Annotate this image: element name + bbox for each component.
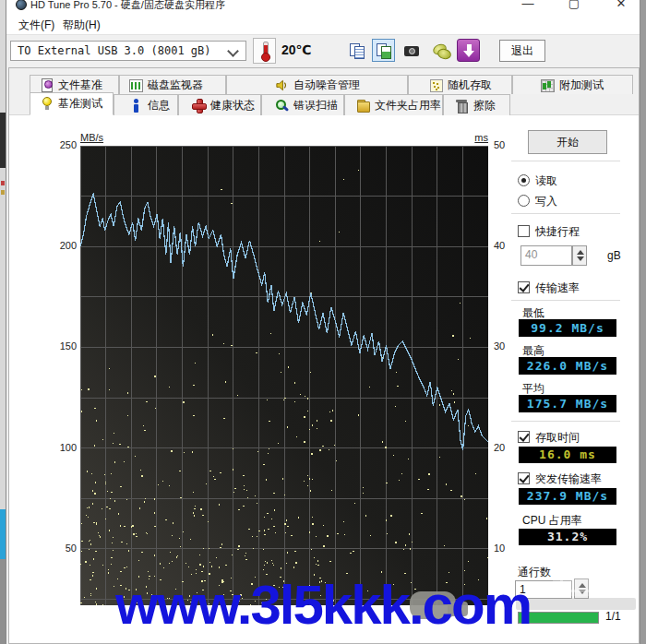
magnifier-icon bbox=[275, 99, 289, 113]
tab-erase[interactable]: 擦除 bbox=[443, 94, 510, 115]
read-radio[interactable] bbox=[518, 174, 530, 186]
main-panel: 文件基准 磁盘监视器 自动噪音管理 随机存取 附加测试 基准测试 信息 健康状态 bbox=[8, 67, 640, 644]
separator bbox=[511, 300, 620, 301]
average-value: 175.7 MB/s bbox=[519, 395, 616, 412]
read-label: 读取 bbox=[535, 173, 557, 189]
bulb-icon bbox=[40, 97, 54, 111]
cpu-usage-label: CPU 占用率 bbox=[522, 513, 582, 529]
camera-icon[interactable] bbox=[400, 39, 423, 62]
tab-info[interactable]: 信息 bbox=[114, 94, 178, 115]
write-label: 写入 bbox=[535, 194, 557, 209]
access-time-label: 存取时间 bbox=[535, 430, 580, 446]
drive-select[interactable]: TO External USB 3.0 (8001 gB) bbox=[10, 41, 246, 61]
access-time-checkbox[interactable] bbox=[518, 431, 530, 443]
benchmark-chart bbox=[80, 146, 488, 605]
separator bbox=[511, 213, 620, 214]
left-axis-ticks: 25020015010050 bbox=[40, 146, 77, 605]
tab-random-access[interactable]: 随机存取 bbox=[408, 75, 512, 94]
background-fragment bbox=[1, 181, 5, 185]
access-time-value: 16.0 ms bbox=[519, 447, 616, 463]
start-button[interactable]: 开始 bbox=[528, 130, 607, 154]
menu-bar: 文件(F) 帮助(H) bbox=[6, 12, 640, 35]
download-icon[interactable] bbox=[457, 39, 480, 62]
write-radio[interactable] bbox=[518, 195, 530, 207]
info-icon bbox=[129, 99, 143, 113]
hands-icon[interactable] bbox=[429, 39, 452, 62]
disk-monitor-icon bbox=[129, 78, 143, 92]
maximum-value: 226.0 MB/s bbox=[519, 357, 616, 375]
health-cross-icon bbox=[192, 99, 206, 113]
right-axis-unit: ms bbox=[451, 132, 488, 143]
maximize-button[interactable]: ▢ bbox=[560, 0, 588, 11]
transfer-rate-label: 传输速率 bbox=[535, 280, 580, 296]
folder-icon bbox=[356, 99, 370, 113]
tab-benchmark[interactable]: 基准测试 bbox=[30, 92, 114, 115]
tab-error-scan[interactable]: 错误扫描 bbox=[261, 94, 344, 115]
toolbar: TO External USB 3.0 (8001 gB) 20℃ 退出 bbox=[6, 35, 640, 67]
extra-tests-icon bbox=[541, 78, 555, 92]
close-button[interactable]: ✕ bbox=[607, 0, 635, 11]
capacity-stepper[interactable] bbox=[572, 245, 587, 266]
temperature-value: 20℃ bbox=[281, 42, 312, 57]
background-fragment bbox=[1, 190, 5, 195]
separator bbox=[511, 161, 620, 161]
short-stroke-label: 快捷行程 bbox=[535, 224, 580, 240]
trash-icon bbox=[455, 99, 469, 113]
capacity-unit: gB bbox=[607, 249, 621, 262]
tab-extra-tests[interactable]: 附加测试 bbox=[512, 75, 633, 94]
copy-text-icon[interactable] bbox=[345, 39, 368, 62]
window-title: HD Tune Pro 5.70 - 硬盘/固态硬盘实用程序 bbox=[30, 0, 225, 12]
tab-noise-management[interactable]: 自动噪音管理 bbox=[226, 75, 408, 94]
tab-health[interactable]: 健康状态 bbox=[178, 94, 261, 115]
tab-folder-usage[interactable]: 文件夹占用率 bbox=[344, 94, 443, 115]
minimize-button[interactable]: — bbox=[514, 0, 542, 11]
burst-rate-checkbox[interactable] bbox=[518, 472, 530, 484]
title-bar: HD Tune Pro 5.70 - 硬盘/固态硬盘实用程序 — ▢ ✕ bbox=[6, 0, 640, 12]
short-stroke-checkbox[interactable] bbox=[518, 225, 530, 237]
drive-select-value: TO External USB 3.0 (8001 gB) bbox=[18, 44, 211, 57]
cpu-usage-value: 31.2% bbox=[519, 529, 616, 545]
burst-rate-value: 237.9 MB/s bbox=[519, 488, 616, 505]
tab-file-benchmark[interactable]: 文件基准 bbox=[30, 75, 119, 94]
app-window: HD Tune Pro 5.70 - 硬盘/固态硬盘实用程序 — ▢ ✕ 文件(… bbox=[6, 0, 640, 644]
file-benchmark-icon bbox=[40, 78, 54, 92]
random-access-icon bbox=[429, 78, 443, 92]
minimum-value: 99.2 MB/s bbox=[519, 319, 616, 337]
exit-button[interactable]: 退出 bbox=[499, 40, 545, 62]
transfer-rate-checkbox[interactable] bbox=[518, 281, 530, 293]
left-axis-unit: MB/s bbox=[80, 132, 103, 143]
speaker-icon bbox=[275, 78, 289, 92]
burst-rate-label: 突发传输速率 bbox=[535, 471, 602, 487]
app-icon bbox=[16, 0, 27, 10]
tab-disk-monitor[interactable]: 磁盘监视器 bbox=[119, 75, 226, 94]
thermometer-icon[interactable] bbox=[253, 38, 276, 64]
chevron-down-icon bbox=[227, 45, 239, 57]
copy-image-icon[interactable] bbox=[372, 39, 395, 62]
watermark-text: www.3l5kkk.com bbox=[0, 578, 646, 633]
capacity-input[interactable]: 40 bbox=[520, 245, 572, 266]
separator bbox=[511, 421, 620, 422]
menu-help[interactable]: 帮助(H) bbox=[58, 16, 105, 35]
menu-file[interactable]: 文件(F) bbox=[14, 16, 59, 35]
